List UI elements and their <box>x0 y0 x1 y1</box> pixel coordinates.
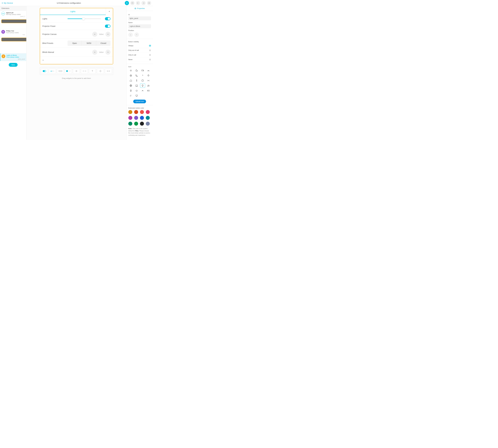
color-swatch[interactable] <box>128 116 132 120</box>
export-button[interactable] <box>125 1 129 5</box>
icon-option[interactable] <box>128 83 133 88</box>
visibility-option-label: Only in call <box>128 54 136 56</box>
icon-option[interactable] <box>134 68 139 73</box>
radio-icon <box>149 59 151 61</box>
color-swatch[interactable] <box>146 116 150 120</box>
blinds-down-button[interactable] <box>92 50 97 55</box>
row-blinds-manual[interactable]: Blinds Manual Value <box>40 48 113 57</box>
position-down-button[interactable] <box>128 32 133 37</box>
svg-point-2 <box>135 8 136 9</box>
sidebar-item-id: lights_panel <box>6 58 25 60</box>
upload-icon-button[interactable]: Upload Icon <box>133 100 146 103</box>
row-blind-presets[interactable]: Blind Presets Open 50/50 Closed <box>40 39 113 48</box>
row-projector-power[interactable]: Projector Power <box>40 22 113 30</box>
color-swatch[interactable] <box>146 122 150 126</box>
visibility-option[interactable]: Always <box>128 44 151 48</box>
icon-option[interactable] <box>140 79 145 83</box>
icon-option[interactable] <box>146 79 151 83</box>
color-swatch[interactable] <box>134 110 138 114</box>
color-swatch[interactable] <box>140 116 144 120</box>
color-swatch[interactable] <box>134 116 138 120</box>
widget-spinner[interactable] <box>81 68 88 74</box>
lights-toggle[interactable] <box>105 17 111 20</box>
icon-option[interactable] <box>128 94 133 98</box>
visibility-option[interactable]: Never <box>128 57 151 62</box>
row-projector-canvas[interactable]: Projector Canvas Value <box>40 30 113 39</box>
visibility-option[interactable]: Only in call <box>128 53 151 57</box>
lights-slider[interactable] <box>67 18 101 19</box>
undo-button[interactable] <box>136 1 140 5</box>
redo-button[interactable] <box>141 1 146 5</box>
sidebar-item-lights_panel[interactable]: Lights & BlindsPanel (always visible)lig… <box>0 53 26 61</box>
name-input[interactable] <box>128 24 151 28</box>
position-up-button[interactable] <box>134 32 139 37</box>
icon-option[interactable] <box>140 83 145 88</box>
icon-option[interactable] <box>134 89 139 93</box>
add-row-button[interactable]: + <box>40 57 113 64</box>
icon-option[interactable] <box>140 89 145 93</box>
icon-option[interactable] <box>128 73 133 78</box>
preset-5050[interactable]: 50/50 <box>82 41 96 46</box>
icon-option[interactable] <box>134 79 139 83</box>
canvas-down-button[interactable] <box>92 32 97 37</box>
id-label: Id <box>128 14 151 16</box>
canvas-up-button[interactable] <box>105 32 111 37</box>
icon-glyph <box>141 89 144 92</box>
sidebar-item-panel_3[interactable]: wwwappsco.peWeb App (always visible)pane… <box>0 11 26 18</box>
icon-glyph <box>141 69 144 72</box>
widget-directional[interactable] <box>97 68 104 74</box>
row-lights-slider[interactable]: Lights <box>40 15 113 22</box>
add-tab-button[interactable]: + <box>106 8 113 15</box>
widget-toggle[interactable] <box>41 68 48 74</box>
color-swatch[interactable] <box>140 110 144 114</box>
icon-option[interactable] <box>140 73 145 78</box>
drag-hint: Drag widgets to the panel to add them <box>30 77 122 79</box>
icon-option[interactable] <box>146 73 151 78</box>
projector-power-toggle[interactable] <box>105 25 111 28</box>
icon-option[interactable] <box>134 94 139 98</box>
preset-open[interactable]: Open <box>67 41 82 46</box>
widget-spinner-single[interactable]: + <box>73 68 80 74</box>
icon-option[interactable] <box>146 83 151 88</box>
preview-button[interactable] <box>130 1 134 5</box>
menu-button[interactable] <box>147 1 151 5</box>
icon-option[interactable] <box>128 79 133 83</box>
color-swatch[interactable] <box>140 122 144 126</box>
visibility-option-label: Never <box>128 59 133 61</box>
widget-button[interactable] <box>57 68 64 74</box>
id-input[interactable] <box>128 16 151 20</box>
sidebar-item-panel_2[interactable]: PanelPanel (always visible)panel_2 <box>0 18 26 29</box>
widget-group-button[interactable] <box>65 68 72 74</box>
header: My Device UI Extensions configuration <box>0 0 153 6</box>
icon-option[interactable] <box>146 89 151 93</box>
visibility-option[interactable]: Only out of call <box>128 48 151 53</box>
icon-option[interactable] <box>134 83 139 88</box>
preset-closed[interactable]: Closed <box>96 41 111 46</box>
color-swatch[interactable] <box>128 122 132 126</box>
widget-slider[interactable] <box>49 68 56 74</box>
icon-option[interactable] <box>146 68 151 73</box>
color-swatch[interactable] <box>128 110 132 114</box>
icon-option[interactable] <box>128 89 133 93</box>
panel-icon <box>1 19 26 23</box>
color-swatch[interactable] <box>134 122 138 126</box>
light-icon <box>1 54 5 58</box>
widget-spacer[interactable] <box>105 68 112 74</box>
panel-tab-lights[interactable]: Lights <box>40 8 106 15</box>
page-title: UI Extensions configuration <box>13 2 125 4</box>
icon-option[interactable] <box>134 73 139 78</box>
icon-option[interactable] <box>128 68 133 73</box>
sidebar-item-panel_1[interactable]: Apple TVPanel (only visible out of call)… <box>0 37 26 53</box>
back-button[interactable]: My Device <box>1 2 13 4</box>
widget-text[interactable] <box>89 68 96 74</box>
sidebar-item-Hue[interactable]: Philips HuePanel (always visible)Hue <box>0 29 26 37</box>
icon-glyph <box>141 79 144 82</box>
properties-tab[interactable]: Properties <box>127 6 153 11</box>
www-icon: www <box>1 12 5 16</box>
icon-glyph <box>147 74 150 77</box>
gear-icon <box>134 8 136 9</box>
blinds-up-button[interactable] <box>105 50 111 55</box>
color-swatch[interactable] <box>146 110 150 114</box>
new-extension-button[interactable]: New <box>9 63 17 67</box>
icon-option[interactable] <box>140 68 145 73</box>
